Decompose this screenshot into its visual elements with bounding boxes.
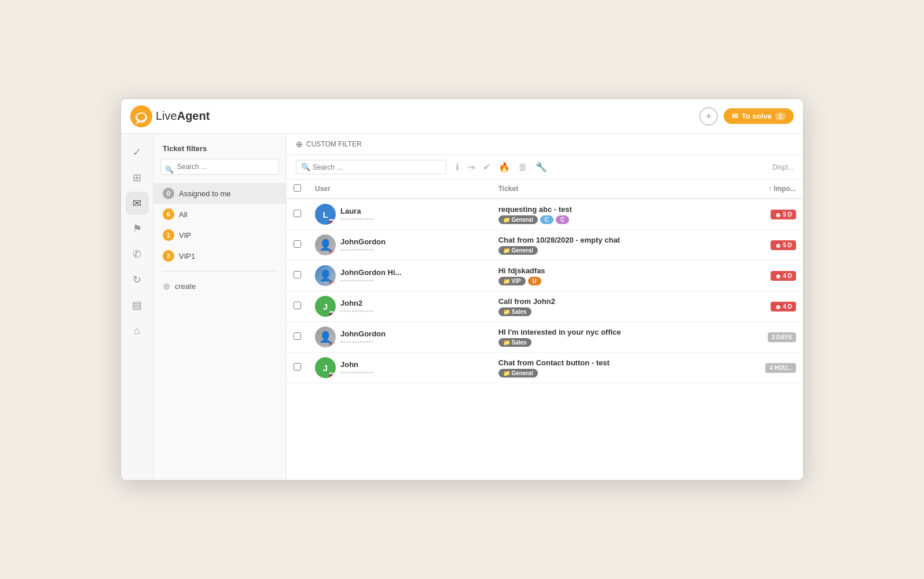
ticket-tag[interactable]: U <box>528 277 541 285</box>
avatar: 👤🇺🇸 <box>315 265 336 286</box>
wrench-icon[interactable]: 🔧 <box>536 162 547 173</box>
table-row[interactable]: J🇸🇰John2••••••••••••Call from John2📁 Sal… <box>287 291 803 322</box>
svg-point-2 <box>137 113 145 120</box>
transfer-icon[interactable]: ⇥ <box>467 162 475 173</box>
user-info: JohnGordon Hi...•••••••••••• <box>340 268 401 284</box>
user-name: John2 <box>340 299 374 307</box>
display-label: Displ... <box>772 163 794 171</box>
avatar: J🇸🇰 <box>315 357 336 378</box>
toolbar-icons: ℹ ⇥ ✔ 🔥 🗑 🔧 <box>456 162 547 173</box>
ticket-tag[interactable]: C <box>556 215 569 224</box>
user-info: John2•••••••••••• <box>340 299 374 314</box>
ticket-title[interactable]: requesting abc - test <box>498 205 720 214</box>
table-header-row: User Ticket ↑ Impo... <box>287 179 803 199</box>
time-badge: 4 HOU... <box>765 363 796 373</box>
select-all-checkbox[interactable] <box>294 184 301 192</box>
user-name: JohnGordon Hi... <box>340 268 401 277</box>
row-checkbox[interactable] <box>294 332 301 340</box>
ticket-tag[interactable]: C <box>540 215 553 224</box>
info-icon[interactable]: ℹ <box>456 162 459 173</box>
ticket-tag[interactable]: 📁 Sales <box>498 338 531 347</box>
custom-filter-bar: ⊕ CUSTOM FILTER <box>287 134 803 155</box>
table-row[interactable]: 👤🇺🇸JohnGordon••••••••••••HI I'm interest… <box>287 322 803 353</box>
ticket-tags: 📁 GeneralCC <box>498 215 720 224</box>
sidebar-search-container: 🔍 <box>153 159 286 181</box>
plus-icon: + <box>706 111 712 122</box>
nav-check-icon[interactable]: ✓ <box>126 141 149 164</box>
table-row[interactable]: 👤🇺🇸JohnGordon Hi...••••••••••••Hi fdjska… <box>287 261 803 291</box>
logo-icon <box>130 105 152 127</box>
ticket-cell: Hi fdjskadfas📁 VIPU <box>492 261 727 291</box>
row-checkbox[interactable] <box>294 240 301 248</box>
avatar: 👤🇺🇸 <box>315 327 336 347</box>
ticket-title[interactable]: Chat from Contact button - test <box>498 358 720 367</box>
sidebar-title: Ticket filters <box>153 134 286 159</box>
fire-icon[interactable]: 🔥 <box>498 162 510 173</box>
check-icon[interactable]: ✔ <box>483 162 490 173</box>
icon-nav: ✓ ⊞ ✉ ⚑ ✆ ↻ ▤ ⌂ <box>121 134 153 480</box>
filter-item-assigned[interactable]: 0 Assigned to me <box>153 183 286 204</box>
ticket-tbody: L🇸🇰Laura••••••••••••requesting abc - tes… <box>287 199 803 383</box>
filter-item-all[interactable]: 6 All <box>153 204 286 225</box>
custom-filter-button[interactable]: ⊕ CUSTOM FILTER <box>296 140 362 149</box>
create-icon: ⊕ <box>163 281 170 292</box>
time-badge-cell: ⏰ 5 D <box>727 199 803 230</box>
user-name: JohnGordon <box>340 237 386 246</box>
row-checkbox[interactable] <box>294 302 301 309</box>
user-email: •••••••••••• <box>340 277 401 284</box>
time-badge: ⏰ 5 D <box>771 210 796 219</box>
row-checkbox[interactable] <box>294 363 301 371</box>
search-box: 🔍 <box>296 160 446 174</box>
avatar-flag: 🇺🇸 <box>329 342 336 347</box>
ticket-tags: 📁 Sales <box>498 338 720 347</box>
filter-item-vip1[interactable]: 3 VIP1 <box>153 245 286 266</box>
table-row[interactable]: L🇸🇰Laura••••••••••••requesting abc - tes… <box>287 199 803 230</box>
ticket-cell: Chat from 10/28/2020 - empty chat📁 Gener… <box>492 230 727 261</box>
user-cell: 👤🇺🇸JohnGordon•••••••••••• <box>308 230 492 261</box>
create-filter-item[interactable]: ⊕ create <box>153 276 286 296</box>
nav-building-icon[interactable]: ⌂ <box>126 319 149 342</box>
delete-icon[interactable]: 🗑 <box>518 162 527 173</box>
th-checkbox <box>287 179 308 199</box>
nav-grid-icon[interactable]: ⊞ <box>126 166 149 189</box>
search-icon: 🔍 <box>301 163 310 171</box>
ticket-tag[interactable]: 📁 General <box>498 369 538 378</box>
avatar-flag: 🇸🇰 <box>329 372 336 378</box>
filter-badge-vip1: 3 <box>163 250 174 262</box>
nav-contacts-icon[interactable]: ▤ <box>126 294 149 317</box>
ticket-title[interactable]: Call from John2 <box>498 297 720 306</box>
search-input[interactable] <box>313 163 441 171</box>
user-cell: 👤🇺🇸JohnGordon Hi...•••••••••••• <box>308 261 492 291</box>
ticket-tag[interactable]: 📁 General <box>498 246 538 255</box>
ticket-tags: 📁 General <box>498 369 720 378</box>
ticket-tag[interactable]: 📁 VIP <box>498 277 526 285</box>
ticket-table: User Ticket ↑ Impo... L🇸🇰Laura••••••••••… <box>287 179 803 480</box>
avatar-flag: 🇸🇰 <box>329 311 336 317</box>
filter-item-vip[interactable]: 1 VIP <box>153 225 286 245</box>
nav-mail-icon[interactable]: ✉ <box>126 192 149 215</box>
time-badge: 3 DAYS <box>768 332 796 342</box>
ticket-title[interactable]: Chat from 10/28/2020 - empty chat <box>498 236 720 244</box>
ticket-tag[interactable]: 📁 General <box>498 215 538 224</box>
ticket-title[interactable]: HI I'm interested in your nyc office <box>498 328 720 336</box>
sidebar-search-input[interactable] <box>160 159 279 175</box>
user-info: John•••••••••••• <box>340 360 374 376</box>
time-badge-cell: ⏰ 4 D <box>727 261 803 291</box>
table-row[interactable]: 👤🇺🇸JohnGordon••••••••••••Chat from 10/28… <box>287 230 803 261</box>
user-email: •••••••••••• <box>340 338 386 345</box>
table-row[interactable]: J🇸🇰John••••••••••••Chat from Contact but… <box>287 353 803 383</box>
row-checkbox[interactable] <box>294 210 301 217</box>
to-solve-button[interactable]: ✉ To solve 1 <box>724 108 794 124</box>
sidebar-search-icon: 🔍 <box>165 166 174 174</box>
sidebar-divider <box>163 271 277 272</box>
nav-refresh-icon[interactable]: ↻ <box>126 268 149 291</box>
ticket-title[interactable]: Hi fdjskadfas <box>498 266 720 275</box>
time-badge-cell: 4 HOU... <box>727 353 803 383</box>
ticket-tag[interactable]: 📁 Sales <box>498 307 531 316</box>
nav-flag-icon[interactable]: ⚑ <box>126 217 149 240</box>
nav-phone-icon[interactable]: ✆ <box>126 243 149 266</box>
avatar: 👤🇺🇸 <box>315 234 336 255</box>
row-checkbox[interactable] <box>294 271 301 278</box>
time-badge: ⏰ 5 D <box>771 240 796 250</box>
add-button[interactable]: + <box>699 107 718 126</box>
